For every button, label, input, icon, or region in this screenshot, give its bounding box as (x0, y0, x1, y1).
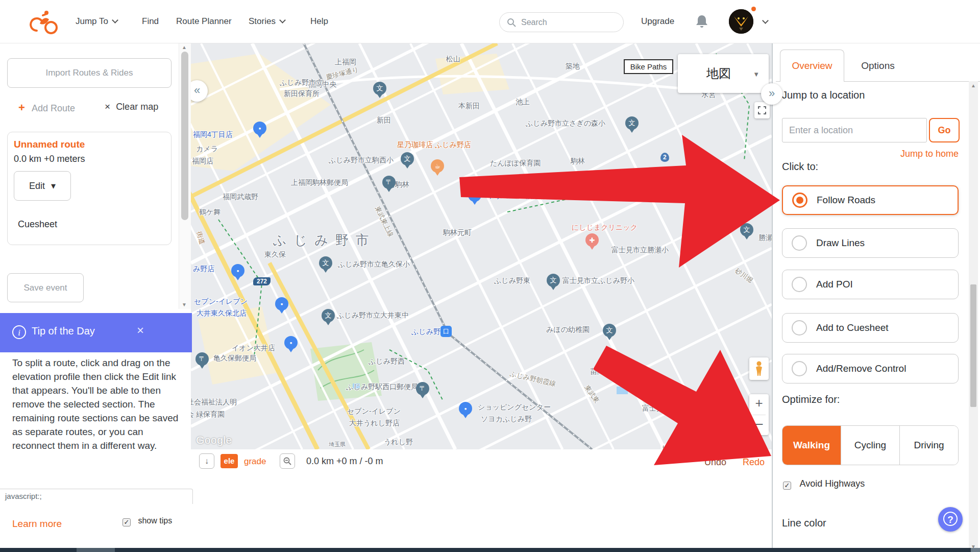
map-poi-pin[interactable]: 〒 (416, 382, 429, 395)
map-poi-pin[interactable]: ✚ (585, 233, 599, 247)
radio-off-icon (792, 320, 807, 335)
location-input[interactable] (782, 118, 927, 142)
panel-scrollbar[interactable]: ▲ ▼ (969, 81, 978, 552)
scroll-up-icon[interactable]: ▲ (182, 44, 187, 50)
rwgps-logo-icon[interactable] (30, 8, 58, 35)
zoom-profile-button[interactable] (280, 453, 295, 469)
add-route-button[interactable]: + Add Route (18, 101, 75, 114)
radio-add-to-cuesheet[interactable]: Add to Cuesheet (782, 313, 959, 343)
terms-link[interactable]: 利用規約 (734, 444, 761, 449)
tab-overview[interactable]: Overview (780, 50, 844, 82)
save-event-button[interactable]: Save event (7, 273, 84, 302)
ele-toggle-button[interactable]: ele (220, 454, 238, 468)
search-box[interactable] (499, 12, 624, 32)
map-poi-pin[interactable]: 文 (322, 309, 335, 322)
map-type-dropdown[interactable]: 地図▼ (678, 54, 769, 93)
map-poi-pin[interactable]: 文 (740, 223, 753, 236)
map-poi-pin[interactable]: ▪ (275, 297, 288, 310)
notifications-bell-icon[interactable] (695, 14, 708, 29)
avoid-highways-row: ✓ Avoid Highways (783, 478, 865, 490)
nav-find[interactable]: Find (142, 16, 159, 27)
map-label: 本新田 (458, 102, 480, 111)
radio-add-poi[interactable]: Add POI (782, 270, 959, 299)
street-view-pegman[interactable] (749, 357, 769, 380)
go-button[interactable]: Go (929, 118, 960, 142)
zoom-out-button[interactable]: − (749, 416, 769, 433)
map-poi-pin[interactable]: 〒 (382, 176, 396, 189)
download-elevation-button[interactable]: ↓ (199, 453, 214, 469)
upgrade-link[interactable]: Upgrade (641, 16, 674, 27)
search-input[interactable] (521, 18, 608, 27)
zoom-in-button[interactable]: + (749, 395, 769, 411)
info-icon: i (12, 325, 26, 339)
map-poi-pin[interactable]: ▪ (459, 402, 472, 415)
learn-more-link[interactable]: Learn more (12, 518, 62, 530)
map-poi-pin[interactable]: ▪ (284, 336, 298, 349)
plus-icon: + (18, 101, 25, 114)
user-avatar[interactable] (729, 9, 753, 34)
import-routes-button[interactable]: Import Routes & Rides (7, 58, 172, 88)
optimize-walking-button[interactable]: Walking (782, 426, 841, 465)
help-button[interactable]: ? (938, 507, 963, 532)
map-poi-pin[interactable]: 文 (373, 82, 386, 95)
radio-add-remove-control[interactable]: Add/Remove Control (782, 354, 959, 383)
fullscreen-button[interactable] (754, 102, 770, 118)
sidebar-scroll-thumb[interactable] (181, 52, 188, 220)
undo-button[interactable]: Undo (704, 457, 726, 468)
account-chevron-icon[interactable] (762, 17, 769, 24)
horizontal-scrollbar[interactable] (0, 548, 980, 552)
optimize-cycling-button[interactable]: Cycling (841, 426, 899, 465)
map-label: 272 (253, 277, 271, 285)
bike-paths-button[interactable]: Bike Paths (624, 59, 673, 74)
map-label: 苗間 (590, 367, 604, 376)
horizontal-scroll-thumb[interactable] (77, 548, 115, 552)
grade-toggle-link[interactable]: grade (244, 457, 266, 467)
tab-options[interactable]: Options (847, 50, 909, 82)
scroll-down-icon[interactable]: ▼ (182, 302, 187, 307)
radio-follow-roads[interactable]: Follow Roads (782, 185, 959, 215)
map-poi-pin[interactable]: 文 (319, 256, 332, 270)
dropdown-arrow-icon: ▼ (753, 70, 760, 78)
map-poi-pin[interactable]: 口 (440, 326, 452, 337)
radio-off-icon (792, 235, 807, 251)
map-poi-pin[interactable]: 文 (401, 152, 414, 165)
show-tips-checkbox[interactable]: ✓ (122, 518, 131, 526)
avoid-highways-checkbox[interactable]: ✓ (783, 482, 791, 490)
map-label: 星乃珈琲店 ふじみ野店 (397, 140, 471, 150)
nav-help[interactable]: Help (310, 16, 328, 27)
scrollbar-end-cap (971, 548, 980, 552)
map-poi-pin[interactable]: 文 (603, 324, 616, 337)
map-poi-pin[interactable]: 文 (681, 241, 695, 254)
left-sidebar: Import Routes & Rides + Add Route × Clea… (0, 43, 179, 552)
sidebar-scrollbar[interactable]: ▲ ▼ (179, 43, 191, 309)
map-poi-pin[interactable]: ▪ (468, 188, 481, 202)
map-label: ふじみ野 (411, 327, 440, 337)
close-icon[interactable]: × (137, 323, 144, 338)
map-label: みほの幼稚園 (546, 325, 590, 334)
scroll-up-icon[interactable]: ▲ (971, 83, 976, 88)
map-poi-pin[interactable]: 文 (547, 274, 560, 287)
map-poi-pin[interactable]: 〒 (195, 352, 209, 366)
map-label: 上福岡駒林郵便局 (291, 178, 348, 187)
google-map[interactable]: 上福岡慶珍塚通り福岡中央松山築地水宮ふじみ野市立新田保育所新田本新田池上ふじみ野… (191, 43, 772, 449)
map-label: ふじみ野市立駒西小 (329, 156, 394, 165)
optimize-driving-button[interactable]: Driving (899, 426, 958, 465)
map-label: ふじみ野西 (369, 357, 405, 366)
collapse-right-panel-button[interactable]: » (761, 83, 782, 105)
map-poi-pin[interactable]: 文 (625, 116, 639, 130)
nav-stories[interactable]: Stories (249, 16, 285, 27)
jump-to-home-link[interactable]: Jump to home (900, 149, 959, 159)
map-poi-pin[interactable]: ☕ (431, 159, 444, 173)
nav-route-planner[interactable]: Route Planner (176, 16, 232, 27)
clear-map-button[interactable]: × Clear map (105, 101, 158, 112)
cuesheet-link[interactable]: Cuesheet (18, 219, 57, 230)
nav-jump-to[interactable]: Jump To (76, 16, 117, 27)
edit-dropdown-button[interactable]: Edit (14, 171, 71, 201)
status-tooltip: javascript:; (0, 489, 193, 504)
panel-scroll-thumb[interactable] (970, 284, 976, 407)
map-poi-pin[interactable]: ▪ (231, 264, 244, 277)
map-poi-pin[interactable]: ▪ (253, 122, 266, 135)
redo-button[interactable]: Redo (743, 457, 765, 468)
map-label: 福岡店 (192, 157, 213, 166)
radio-draw-lines[interactable]: Draw Lines (782, 228, 959, 258)
